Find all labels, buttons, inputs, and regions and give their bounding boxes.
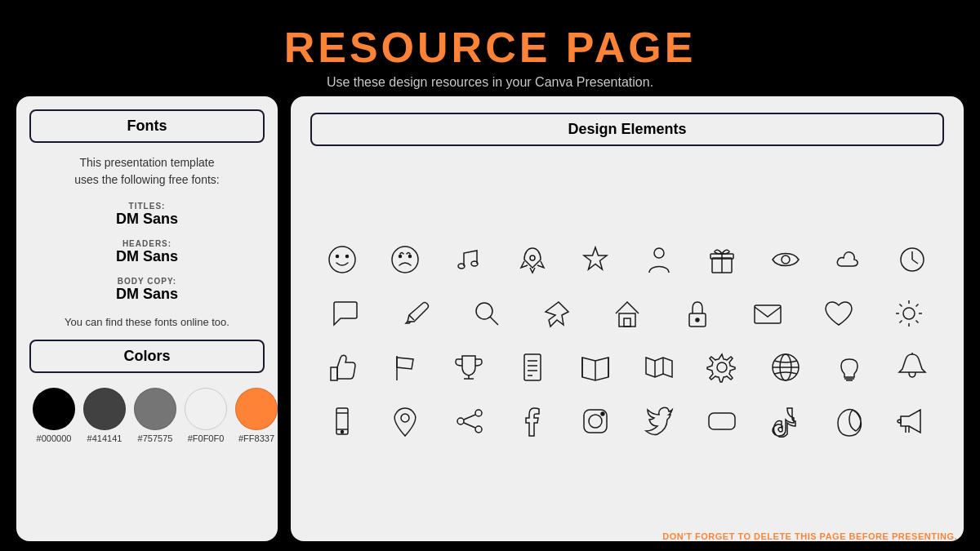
svg-point-1	[336, 256, 338, 258]
svg-line-18	[409, 315, 414, 320]
house-icon	[599, 289, 655, 338]
svg-point-5	[409, 256, 412, 258]
svg-line-20	[490, 317, 498, 325]
headers-font: HEADERS: DM Sans	[29, 239, 265, 265]
svg-marker-67	[719, 416, 728, 426]
icons-grid	[310, 156, 944, 525]
megaphone-icon	[884, 397, 940, 446]
svg-line-62	[464, 423, 475, 428]
svg-point-14	[782, 256, 790, 264]
lightbulb-icon	[822, 343, 877, 392]
svg-line-33	[915, 304, 918, 307]
svg-point-65	[601, 412, 604, 415]
svg-point-60	[475, 426, 482, 433]
pencil-icon	[388, 289, 443, 338]
svg-point-59	[457, 418, 464, 424]
swatch-dark-gray	[83, 388, 126, 430]
icons-row-2	[310, 289, 944, 338]
design-elements-label: Design Elements	[310, 113, 944, 146]
sun-icon	[881, 289, 937, 338]
titles-font: TITLES: DM Sans	[29, 202, 265, 228]
svg-line-17	[912, 260, 918, 264]
svg-point-0	[329, 247, 355, 273]
swatch-light	[185, 388, 227, 430]
sad-face-icon	[377, 235, 433, 284]
pin-icon	[529, 289, 585, 338]
svg-rect-38	[524, 354, 541, 380]
location-pin-icon	[377, 397, 433, 446]
mobile-icon	[314, 397, 370, 446]
bell-icon	[884, 343, 940, 392]
svg-line-34	[899, 321, 902, 323]
eye-icon	[758, 235, 813, 284]
swatch-gray	[134, 388, 176, 430]
fonts-label: Fonts	[29, 109, 265, 143]
page-subtitle: Use these design resources in your Canva…	[284, 75, 697, 90]
svg-point-58	[475, 410, 482, 416]
swatch-black	[33, 388, 75, 430]
tiktok-icon	[758, 397, 813, 446]
gift-icon	[694, 235, 750, 284]
svg-rect-25	[755, 305, 781, 323]
rocket-icon	[505, 235, 560, 284]
svg-point-46	[717, 362, 727, 372]
colors-row: #000000 #414141 #757575 #F0F0F0 #FF8337	[29, 381, 265, 450]
color-dark-gray: #414141	[83, 388, 126, 443]
search-icon	[459, 289, 514, 338]
instagram-icon	[568, 397, 623, 446]
person-icon	[631, 235, 687, 284]
color-black: #000000	[33, 388, 75, 443]
right-panel: Design Elements	[291, 96, 964, 541]
svg-point-3	[392, 247, 418, 273]
page-header: RESOURCE PAGE Use these design resources…	[284, 0, 697, 96]
clock-icon	[884, 235, 940, 284]
main-content: Fonts This presentation template uses th…	[0, 96, 980, 551]
gear-icon	[694, 343, 750, 392]
heart-icon	[811, 289, 866, 338]
twitter-icon	[631, 397, 687, 446]
svg-point-57	[401, 414, 409, 422]
icons-row-3	[310, 343, 944, 392]
trophy-icon	[441, 343, 497, 392]
envelope-icon	[740, 289, 795, 338]
facebook-icon	[505, 397, 560, 446]
svg-line-31	[899, 304, 902, 307]
thumbs-up-icon	[314, 343, 370, 392]
lock-icon	[670, 289, 725, 338]
chat-bubble-icon	[318, 289, 373, 338]
color-light: #F0F0F0	[185, 388, 227, 443]
swatch-orange	[235, 388, 278, 430]
share-icon	[441, 397, 497, 446]
footer-note: DON'T FORGET TO DELETE THIS PAGE BEFORE …	[662, 531, 957, 541]
youtube-icon	[694, 397, 750, 446]
svg-line-61	[464, 415, 475, 420]
icons-row-4	[310, 397, 944, 446]
svg-point-56	[341, 431, 343, 433]
fonts-description: This presentation template uses the foll…	[29, 151, 265, 192]
icons-row-1	[310, 235, 944, 284]
svg-rect-21	[619, 313, 635, 327]
flag-icon	[377, 343, 433, 392]
music-icon	[441, 235, 497, 284]
cloud-icon	[822, 235, 877, 284]
colors-label: Colors	[29, 340, 265, 373]
body-font: BODY COPY: DM Sans	[29, 277, 265, 303]
fonts-footer: You can find these fonts online too.	[29, 313, 265, 331]
moon-icon	[822, 397, 877, 446]
map-icon	[631, 343, 687, 392]
svg-marker-9	[584, 247, 607, 269]
svg-point-10	[654, 248, 664, 258]
svg-point-8	[530, 256, 535, 260]
svg-point-26	[903, 308, 915, 319]
smiley-icon	[314, 235, 370, 284]
color-orange: #FF8337	[235, 388, 278, 443]
globe-icon	[758, 343, 813, 392]
left-panel: Fonts This presentation template uses th…	[16, 96, 278, 541]
document-icon	[505, 343, 560, 392]
page-title: RESOURCE PAGE	[284, 23, 697, 72]
book-icon	[568, 343, 623, 392]
svg-point-64	[589, 415, 602, 428]
svg-point-4	[399, 256, 402, 258]
star-icon	[568, 235, 623, 284]
svg-point-2	[345, 256, 348, 258]
